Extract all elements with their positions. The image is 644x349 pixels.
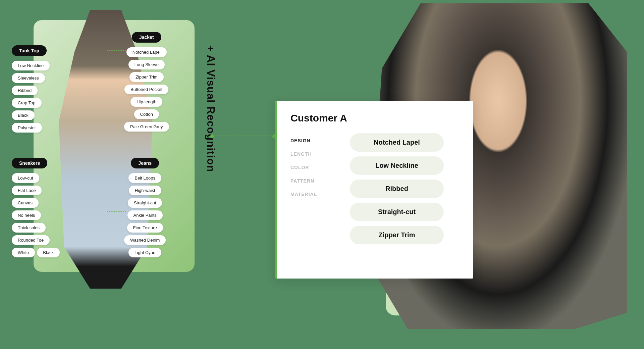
callout-line xyxy=(52,99,72,99)
tag-pill: Hip-length xyxy=(130,97,162,107)
tag-pill: Polyester xyxy=(12,123,42,133)
tag-group-tanktop: Tank Top Low Neckline Sleeveless Ribbed … xyxy=(12,45,50,133)
tag-pill: Long Sleeve xyxy=(128,60,165,69)
tag-pill: Pale Green Grey xyxy=(124,122,169,132)
attr-label-color: COLOR xyxy=(290,165,334,170)
attribute-values: Notched Lapel Low Neckline Ribbed Straig… xyxy=(334,133,460,244)
tag-pill: Ankle Pants xyxy=(127,210,163,220)
attr-label-material: MATERIAL xyxy=(290,192,334,197)
tag-pill: White xyxy=(12,248,35,257)
tag-pill: Notched Lapel xyxy=(126,47,167,57)
tag-pill: Black xyxy=(37,248,60,257)
tag-pill: Zipper Trim xyxy=(129,72,164,82)
tag-group-sneakers: Sneakers Low-cut Flat Lace Canvas No hee… xyxy=(12,158,60,257)
tag-pill: Belt Loops xyxy=(128,173,161,183)
tag-pill: Light Cyan xyxy=(128,248,161,257)
tag-pill: Flat Lace xyxy=(12,186,42,195)
tag-group-jacket: Jacket Notched Lapel Long Sleeve Zipper … xyxy=(124,32,169,132)
tag-pill: Crop Top xyxy=(12,98,42,108)
tag-header-jeans: Jeans xyxy=(131,158,159,168)
attribute-labels: DESIGN LENGTH COLOR PATTERN MATERIAL xyxy=(290,133,334,197)
attr-pill: Notched Lapel xyxy=(350,133,444,152)
tag-pill: Cotton xyxy=(134,109,159,119)
tag-pill: Straight-cut xyxy=(128,198,162,208)
customer-title: Customer A xyxy=(290,112,460,124)
tag-pill: Thick soles xyxy=(12,223,46,233)
tag-header-tanktop: Tank Top xyxy=(12,45,47,56)
tag-pill: Black xyxy=(12,110,35,120)
customer-panel: Customer A DESIGN LENGTH COLOR PATTERN M… xyxy=(275,101,473,279)
tag-pill: Ribbed xyxy=(12,86,38,95)
tag-header-jacket: Jacket xyxy=(132,32,161,43)
attr-label-pattern: PATTERN xyxy=(290,178,334,184)
callout-line xyxy=(107,50,126,51)
attr-pill: Low Neckline xyxy=(350,156,444,175)
attr-pill: Ribbed xyxy=(350,180,444,198)
tag-pill: Low-cut xyxy=(12,173,39,183)
tag-pill: Rounded Toe xyxy=(12,235,50,245)
tag-header-sneakers: Sneakers xyxy=(12,158,47,168)
connector-line xyxy=(213,136,273,136)
callout-line xyxy=(107,211,126,212)
tag-pill: Low Neckline xyxy=(12,61,50,70)
tag-pill: Sleeveless xyxy=(12,73,45,83)
attr-label-length: LENGTH xyxy=(290,151,334,157)
tag-pill: Washed Denim xyxy=(124,235,166,245)
attr-pill: Straight-cut xyxy=(350,203,444,221)
tag-pill: Fine Texture xyxy=(127,223,163,233)
tag-pill: No heels xyxy=(12,210,41,220)
attr-label-design: DESIGN xyxy=(290,138,334,143)
attr-pill: Zipper Trim xyxy=(350,226,444,244)
tag-pill: High-waist xyxy=(129,186,161,195)
tag-pill: Buttoned Pocket xyxy=(124,85,168,94)
callout-line xyxy=(54,277,67,277)
tag-pill: Canvas xyxy=(12,198,39,208)
tag-group-jeans: Jeans Belt Loops High-waist Straight-cut… xyxy=(124,158,166,257)
vertical-label: + AI Visual Recognition xyxy=(205,45,217,172)
